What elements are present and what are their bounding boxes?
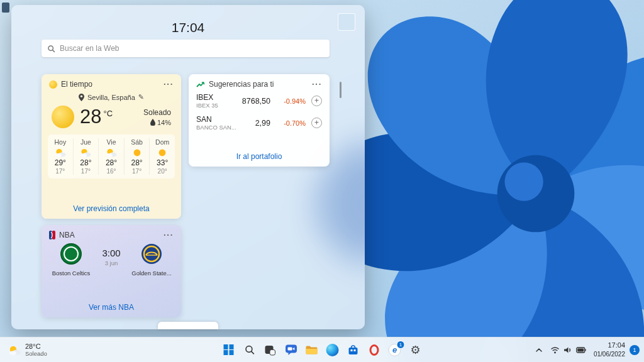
weather-current: 28 °C Soleado 14% [42, 101, 181, 128]
home-team: Boston Celtics [50, 243, 92, 277]
partly-cloudy-icon [105, 148, 118, 158]
trending-up-icon [196, 80, 205, 88]
task-view-icon [265, 344, 276, 356]
nba-logo-icon [49, 231, 55, 239]
stock-row[interactable]: IBEX IBEX 35 8768,50 -0.94% + [189, 90, 330, 112]
clock-date-button[interactable]: 17:04 01/06/2022 [590, 341, 629, 359]
taskbar-center: e 1 ⚙ [220, 337, 425, 362]
away-team: Golden State... [131, 243, 172, 277]
quick-settings-button[interactable] [547, 341, 590, 359]
battery-icon [576, 347, 586, 353]
panel-expand-button[interactable] [158, 322, 218, 329]
edge-button[interactable] [324, 341, 341, 359]
stock-row[interactable]: SAN BANCO SAN... 2,99 -0.70% + [189, 112, 330, 134]
file-explorer-button[interactable] [303, 341, 321, 359]
forecast-day: Jue 28° 17° [73, 138, 99, 175]
profile-button[interactable] [338, 13, 355, 31]
nba-game[interactable]: Boston Celtics 3:00 3 jun Golden State..… [42, 241, 181, 277]
taskbar: 28°C Soleado [0, 337, 644, 362]
browser-button[interactable]: e 1 [386, 341, 404, 359]
taskbar-weather-text: 28°C Soleado [25, 343, 47, 357]
forecast-day: Hoy 29° 17° [48, 138, 73, 175]
forecast-day: Sáb 28° 17° [124, 138, 150, 175]
stocks-widget-title: Sugerencias para ti [209, 80, 274, 89]
chat-icon [285, 344, 297, 355]
partly-cloudy-icon [54, 148, 67, 158]
settings-button[interactable]: ⚙ [407, 341, 425, 359]
sunny-icon [156, 148, 169, 158]
notification-badge: 1 [397, 341, 405, 349]
web-search-bar[interactable] [42, 40, 330, 57]
forecast-strip: Hoy 29° 17° Jue 28° 17° Vie 28° 16° [48, 134, 175, 178]
panel-clock: 17:04 [11, 20, 365, 35]
location-pin-icon [79, 94, 84, 101]
celtics-logo-icon [60, 243, 82, 265]
store-button[interactable] [345, 341, 362, 359]
weather-location[interactable]: Sevilla, España ✎ [42, 93, 181, 101]
start-button[interactable] [220, 341, 238, 359]
folder-icon [306, 345, 318, 355]
current-temperature: 28 °C [80, 106, 113, 128]
weather-widget-header: El tiempo ··· [42, 74, 181, 90]
portfolio-link[interactable]: Ir al portafolio [189, 152, 330, 161]
stock-id: SAN BANCO SAN... [196, 115, 242, 131]
search-icon [244, 344, 255, 355]
forecast-day: Vie 28° 16° [98, 138, 124, 175]
sunny-icon [131, 148, 143, 158]
taskbar-search-button[interactable] [241, 341, 258, 359]
stocks-menu-button[interactable]: ··· [312, 81, 322, 87]
nba-menu-button[interactable]: ··· [164, 232, 174, 238]
task-view-button[interactable] [262, 341, 279, 359]
system-tray: 17:04 01/06/2022 1 [531, 337, 644, 362]
network-icon [550, 346, 560, 354]
precipitation: 14% [143, 119, 171, 126]
weather-full-forecast-link[interactable]: Ver previsión completa [42, 204, 181, 213]
chat-button[interactable] [282, 341, 300, 359]
stocks-widget[interactable]: Sugerencias para ti ··· IBEX IBEX 35 876… [189, 74, 330, 167]
stock-change: -0.70% [275, 119, 306, 127]
opera-icon [369, 344, 379, 356]
weather-menu-button[interactable]: ··· [164, 81, 174, 87]
weather-widget-title: El tiempo [61, 80, 92, 89]
weather-condition-block: Soleado 14% [143, 108, 171, 126]
sun-cloud-icon [8, 344, 21, 356]
droplet-icon [150, 119, 155, 126]
weather-location-label: Sevilla, España [87, 94, 135, 101]
volume-icon [564, 346, 572, 354]
stock-id: IBEX IBEX 35 [196, 93, 242, 109]
edit-location-icon[interactable]: ✎ [138, 93, 144, 101]
stock-change: -0.94% [275, 97, 306, 105]
search-input[interactable] [60, 44, 324, 53]
nba-widget[interactable]: NBA ··· Boston Celtics 3:00 3 jun [42, 225, 181, 317]
stock-price: 2,99 [242, 119, 275, 128]
warriors-logo-icon [141, 243, 162, 265]
notification-center-badge[interactable]: 1 [630, 345, 640, 355]
weather-condition-label: Soleado [143, 108, 171, 117]
chevron-up-icon [535, 346, 543, 354]
nba-widget-header: NBA ··· [42, 225, 181, 241]
edge-icon [326, 344, 339, 356]
search-icon [47, 45, 55, 53]
show-hidden-icons-button[interactable] [531, 341, 547, 359]
partly-cloudy-icon [79, 148, 92, 158]
sunny-icon [52, 106, 74, 128]
stocks-widget-header: Sugerencias para ti ··· [189, 74, 330, 90]
taskbar-weather-button[interactable]: 28°C Soleado [3, 339, 52, 361]
opera-button[interactable] [365, 341, 383, 359]
weather-sun-icon [49, 80, 57, 89]
store-icon [348, 344, 359, 356]
stock-price: 8768,50 [242, 97, 275, 106]
add-stock-button[interactable]: + [311, 96, 322, 106]
forecast-day: Dom 33° 20° [149, 138, 175, 175]
nba-widget-title: NBA [59, 231, 75, 239]
weather-widget[interactable]: El tiempo ··· Sevilla, España ✎ 28 °C So… [42, 74, 181, 219]
add-stock-button[interactable]: + [311, 118, 322, 128]
windows-logo-icon [223, 344, 234, 355]
widgets-panel: 17:04 El tiempo ··· Sevilla, España [11, 5, 365, 329]
gear-icon: ⚙ [410, 344, 420, 356]
panel-scrollbar[interactable] [340, 82, 341, 98]
game-time-block: 3:00 3 jun [102, 248, 120, 277]
corner-app-icon [2, 3, 9, 13]
desktop: 17:04 El tiempo ··· Sevilla, España [0, 0, 644, 362]
nba-more-link[interactable]: Ver más NBA [42, 303, 181, 312]
